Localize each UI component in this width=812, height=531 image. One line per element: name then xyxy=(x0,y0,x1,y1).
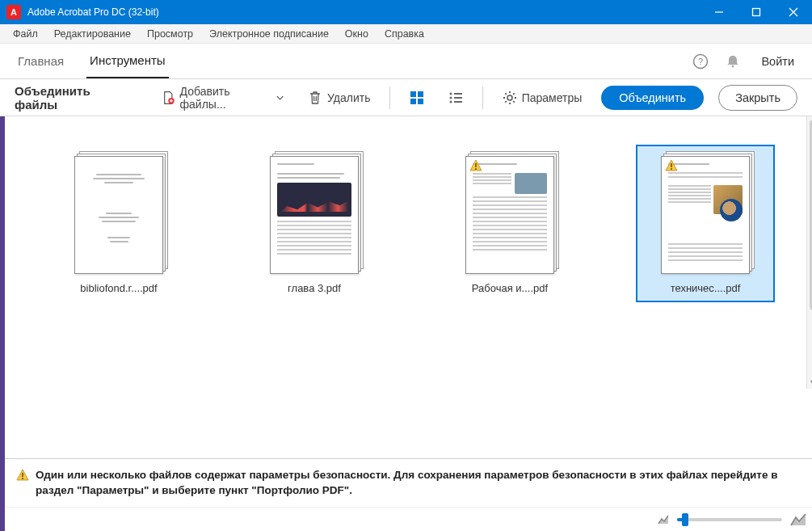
file-thumbnail xyxy=(74,156,163,274)
options-label: Параметры xyxy=(522,91,583,104)
gear-icon xyxy=(503,91,517,105)
close-button[interactable] xyxy=(775,0,812,24)
warning-icon xyxy=(16,469,29,482)
window-title: Adobe Acrobat Pro DC (32-bit) xyxy=(27,6,701,18)
file-card[interactable]: Рабочая и....pdf xyxy=(440,145,579,302)
menu-view[interactable]: Просмотр xyxy=(139,27,201,41)
warning-icon xyxy=(665,159,678,172)
minimize-button[interactable] xyxy=(701,0,738,24)
warning-text: Один или несколько файлов содержат парам… xyxy=(36,467,808,499)
menu-edit[interactable]: Редактирование xyxy=(46,27,139,41)
file-card[interactable]: техничес....pdf xyxy=(636,145,775,302)
svg-point-26 xyxy=(22,478,23,479)
zoom-slider-thumb[interactable] xyxy=(682,513,688,526)
file-thumbnail xyxy=(661,156,750,274)
content-area: bibliofond.r....pdf xyxy=(0,116,812,531)
delete-label: Удалить xyxy=(327,91,370,104)
combine-button[interactable]: Объединить xyxy=(601,86,704,110)
svg-point-22 xyxy=(475,168,477,170)
svg-point-15 xyxy=(449,96,452,99)
tool-title: Объединить файлы xyxy=(15,84,128,112)
options-button[interactable]: Параметры xyxy=(498,87,587,108)
svg-point-24 xyxy=(671,168,672,170)
chevron-down-icon xyxy=(276,94,284,102)
zoom-row xyxy=(5,507,812,531)
file-thumbnail xyxy=(270,156,359,274)
menu-help[interactable]: Справка xyxy=(377,27,432,41)
close-tool-button[interactable]: Закрыть xyxy=(718,85,797,111)
file-grid: bibliofond.r....pdf xyxy=(5,116,812,458)
trash-icon xyxy=(308,91,322,105)
svg-rect-12 xyxy=(410,99,416,104)
file-card[interactable]: bibliofond.r....pdf xyxy=(49,145,188,302)
tool-bar: Объединить файлы Добавить файлы... Удали… xyxy=(0,79,812,116)
add-files-button[interactable]: Добавить файлы... xyxy=(157,82,288,114)
svg-rect-1 xyxy=(753,9,760,16)
view-list-button[interactable] xyxy=(444,85,468,111)
warning-banner: Один или несколько файлов содержат парам… xyxy=(5,458,812,507)
svg-rect-13 xyxy=(418,99,423,104)
menu-bar: Файл Редактирование Просмотр Электронное… xyxy=(0,24,812,44)
add-files-label: Добавить файлы... xyxy=(180,85,271,111)
file-thumbnail xyxy=(465,156,554,274)
help-icon[interactable]: ? xyxy=(687,48,714,75)
menu-esign[interactable]: Электронное подписание xyxy=(201,27,337,41)
svg-point-20 xyxy=(507,95,512,100)
notifications-icon[interactable] xyxy=(719,48,747,75)
menu-window[interactable]: Окно xyxy=(337,27,377,41)
file-name: техничес....pdf xyxy=(671,282,741,294)
file-name: bibliofond.r....pdf xyxy=(80,282,157,294)
warning-icon xyxy=(469,159,482,172)
maximize-button[interactable] xyxy=(738,0,775,24)
file-card[interactable]: глава 3.pdf xyxy=(245,145,384,302)
svg-point-16 xyxy=(449,100,452,103)
tab-bar: Главная Инструменты ? Войти xyxy=(0,44,812,79)
zoom-large-icon[interactable] xyxy=(790,513,806,526)
tab-tools[interactable]: Инструменты xyxy=(86,53,169,78)
add-file-icon xyxy=(162,91,175,105)
svg-rect-11 xyxy=(418,91,423,97)
title-bar: A Adobe Acrobat Pro DC (32-bit) xyxy=(0,0,812,24)
zoom-small-icon[interactable] xyxy=(658,515,669,525)
view-grid-button[interactable] xyxy=(405,85,429,111)
svg-rect-10 xyxy=(410,91,416,97)
svg-text:?: ? xyxy=(698,57,703,66)
zoom-slider[interactable] xyxy=(677,518,782,521)
file-name: глава 3.pdf xyxy=(288,282,341,294)
app-logo-icon: A xyxy=(6,5,21,19)
delete-button[interactable]: Удалить xyxy=(303,87,375,108)
svg-point-6 xyxy=(732,65,734,67)
menu-file[interactable]: Файл xyxy=(5,27,46,41)
tab-home[interactable]: Главная xyxy=(15,54,67,78)
scroll-down-icon[interactable]: ▾ xyxy=(807,376,812,389)
login-button[interactable]: Войти xyxy=(761,55,794,68)
file-name: Рабочая и....pdf xyxy=(472,282,548,294)
scrollbar[interactable]: ▴ ▾ xyxy=(806,116,812,389)
svg-point-14 xyxy=(449,92,452,95)
